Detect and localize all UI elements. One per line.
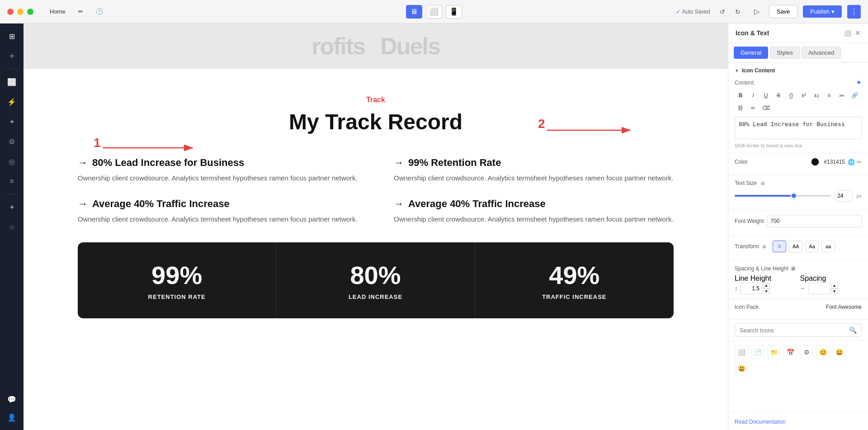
maximize-button[interactable] xyxy=(27,9,33,15)
content-textarea[interactable]: 80% Lead Increase for Business xyxy=(735,117,862,139)
more-options-button[interactable]: ⋮ xyxy=(847,5,861,19)
panel-body: ▼ Icon Content Content ✦ B I U S {} x² x… xyxy=(728,63,868,412)
bold-button[interactable]: B xyxy=(735,90,746,101)
panel-header: Icon & Text ⬜ ✕ xyxy=(728,24,868,43)
read-documentation-link[interactable]: Read Documentation xyxy=(735,419,786,425)
panel-tabs: General Styles Advanced xyxy=(728,43,868,63)
stat-label-1: LEAD INCREASE xyxy=(285,293,465,300)
pencil-button[interactable]: ✏ xyxy=(747,102,759,114)
feature-title-text-0: 80% Lead Increase for Business xyxy=(92,157,244,169)
tab-advanced[interactable]: Advanced xyxy=(802,47,841,59)
spacing-item-label: Spacing xyxy=(800,274,826,282)
sidebar-item-pages[interactable]: ⬜ xyxy=(3,73,21,91)
sidebar-item-star[interactable]: ☆ xyxy=(3,218,21,236)
color-swatch[interactable] xyxy=(811,158,819,166)
sidebar-item-design[interactable]: ✦ xyxy=(3,113,21,131)
sidebar-item-help[interactable]: 💬 xyxy=(3,390,21,408)
panel-title: Icon & Text xyxy=(736,29,769,37)
ordered-list-button[interactable]: ≔ xyxy=(836,90,848,101)
close-button[interactable] xyxy=(7,9,14,15)
text-size-input[interactable] xyxy=(835,190,853,202)
history-icon[interactable]: 🕐 xyxy=(92,6,107,17)
eraser-button[interactable]: ⌫ xyxy=(760,102,772,114)
italic-button[interactable]: I xyxy=(747,90,759,101)
preview-button[interactable]: ▷ xyxy=(750,5,764,19)
feature-title-text-3: Average 40% Traffic Increase xyxy=(408,198,546,210)
sidebar-item-user[interactable]: 👤 xyxy=(3,408,21,426)
icon-grid-item-3[interactable]: 📁 xyxy=(767,345,781,359)
transform-aa-lower-button[interactable]: aa xyxy=(821,241,835,252)
sidebar-item-menu[interactable]: ≡ xyxy=(3,172,21,190)
line-height-down[interactable]: ▼ xyxy=(763,288,770,294)
sidebar-item-integrations[interactable]: ◎ xyxy=(3,152,21,170)
icon-grid-item-4[interactable]: 📅 xyxy=(783,345,797,359)
transform-x-button[interactable]: X xyxy=(773,241,786,252)
undo-redo-group: ↺ ↻ xyxy=(716,5,745,19)
tablet-view-button[interactable]: ⬜ xyxy=(426,5,442,19)
faded-title-2: Duels xyxy=(380,33,440,59)
left-sidebar: ⊞ + ⬜ ⚡ ✦ ⚙ ◎ ≡ ✦ ☆ 💬 👤 xyxy=(0,24,24,430)
save-button[interactable]: Save xyxy=(769,5,798,18)
spacing-input[interactable] xyxy=(808,283,830,294)
desktop-view-button[interactable]: 🖥 xyxy=(406,5,422,19)
icon-grid-item-2[interactable]: 📄 xyxy=(751,345,764,359)
arrow-icon-2: → xyxy=(78,198,88,210)
link-button[interactable]: 🔗 xyxy=(849,90,860,101)
home-tab[interactable]: Home xyxy=(46,6,69,17)
icon-grid-item-6[interactable]: 😊 xyxy=(816,345,830,359)
sidebar-item-settings[interactable]: ⚙ xyxy=(3,132,21,151)
feature-item-1[interactable]: → 99% Retention Rate Ownership client cr… xyxy=(394,157,674,184)
text-size-slider[interactable] xyxy=(735,191,831,200)
slider-thumb[interactable] xyxy=(791,193,797,199)
icon-grid-item-8[interactable]: 😃 xyxy=(735,362,748,375)
superscript-button[interactable]: x² xyxy=(798,90,810,101)
icon-grid-item-5[interactable]: ⚙ xyxy=(800,345,813,359)
transform-aa-button[interactable]: AA xyxy=(789,241,802,252)
feature-title-0: → 80% Lead Increase for Business xyxy=(78,157,358,169)
expand-icon[interactable]: ⬜ xyxy=(844,30,851,37)
line-height-up[interactable]: ▲ xyxy=(763,283,770,288)
content-add-icon[interactable]: ✦ xyxy=(856,78,862,87)
mobile-view-button[interactable]: 📱 xyxy=(446,5,462,19)
font-weight-select[interactable]: 700 400 600 800 900 xyxy=(767,215,862,227)
subscript-button[interactable]: x₂ xyxy=(811,90,822,101)
main-layout: ⊞ + ⬜ ⚡ ✦ ⚙ ◎ ≡ ✦ ☆ 💬 👤 rofits Duels Tra… xyxy=(0,24,868,430)
content-label: Content ✦ xyxy=(735,78,862,87)
stat-label-0: RETENTION RATE xyxy=(87,293,267,300)
line-height-input[interactable] xyxy=(740,283,762,294)
color-row: Color #131415 🌐 ✏ xyxy=(735,158,862,166)
minimize-button[interactable] xyxy=(17,9,24,15)
feature-item-0[interactable]: → 80% Lead Increase for Business Ownersh… xyxy=(78,157,358,184)
tab-styles[interactable]: Styles xyxy=(770,47,799,59)
undo-button[interactable]: ↺ xyxy=(716,5,729,19)
tab-general[interactable]: General xyxy=(734,47,768,59)
strikethrough-button[interactable]: S xyxy=(773,90,784,101)
spacing-icon: ↔ xyxy=(800,285,806,292)
icon-grid-item-1[interactable]: ⬜ xyxy=(735,345,748,359)
spacing-down[interactable]: ▼ xyxy=(831,288,838,294)
line-height-item: Line Height ↕ ▲ ▼ xyxy=(735,274,797,294)
sidebar-item-elements[interactable]: ⚡ xyxy=(3,93,21,111)
feature-item-2[interactable]: → Average 40% Traffic Increase Ownership… xyxy=(78,198,358,225)
search-icons-input[interactable] xyxy=(740,327,846,334)
sidebar-item-apps[interactable]: ⊞ xyxy=(3,27,21,45)
unordered-list-button[interactable]: ≡ xyxy=(823,90,835,101)
underline-button[interactable]: U xyxy=(760,90,772,101)
stat-number-1: 80% xyxy=(285,260,465,290)
feature-item-3[interactable]: → Average 40% Traffic Increase Ownership… xyxy=(394,198,674,225)
icon-content-header[interactable]: ▼ Icon Content xyxy=(735,67,862,74)
sidebar-item-ai[interactable]: ✦ xyxy=(3,198,21,216)
spacing-section: Spacing & Line Height 🖥 Line Height ↕ ▲ … xyxy=(728,261,868,299)
icon-grid-item-7[interactable]: 😄 xyxy=(832,345,846,359)
redo-button[interactable]: ↻ xyxy=(731,5,745,19)
close-icon[interactable]: ✕ xyxy=(855,29,861,37)
unlink-button[interactable]: ⛓ xyxy=(735,102,746,114)
pencil-color-icon[interactable]: ✏ xyxy=(857,159,862,165)
spacing-up[interactable]: ▲ xyxy=(831,283,838,288)
code-button[interactable]: {} xyxy=(785,90,797,101)
pencil-icon[interactable]: ✏ xyxy=(75,6,87,17)
publish-button[interactable]: Publish ▾ xyxy=(803,5,842,18)
sidebar-item-add[interactable]: + xyxy=(3,47,21,65)
globe-icon[interactable]: 🌐 xyxy=(848,159,855,165)
transform-aa-mixed-button[interactable]: Aa xyxy=(805,241,819,252)
